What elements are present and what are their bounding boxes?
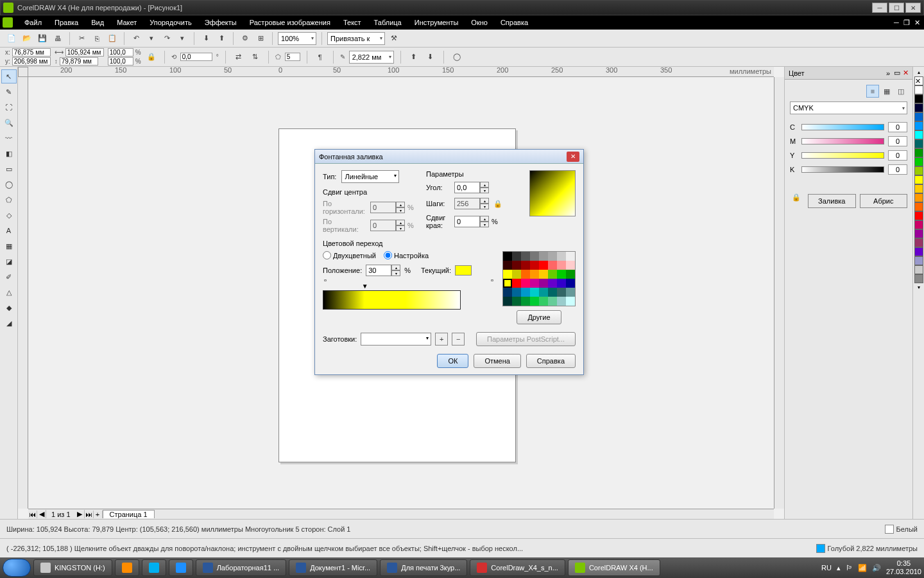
page-tab[interactable]: Страница 1 [103,510,155,518]
minimize-button[interactable]: ─ [872,3,887,13]
zoom-select[interactable]: 100% [278,32,316,45]
table-tool-icon[interactable]: ▦ [1,239,17,253]
zoom-tool-icon[interactable]: 🔍 [1,116,17,130]
palette-swatch[interactable] [914,256,923,265]
maximize-button[interactable]: ☐ [889,3,904,13]
docker-close-icon[interactable]: ✕ [903,69,909,77]
basic-shapes-icon[interactable]: ◇ [1,208,17,222]
crop-tool-icon[interactable]: ⛶ [1,100,17,114]
save-icon[interactable]: 💾 [36,32,49,45]
palette-swatch[interactable] [914,211,923,220]
help-button[interactable]: Справка [526,354,576,368]
print-icon[interactable]: 🖶 [51,32,64,45]
palette-scroll-up[interactable]: ▴ [918,69,920,75]
taskbar-item[interactable]: Документ1 - Micr... [289,559,377,576]
current-color-swatch[interactable] [455,265,472,276]
palette-swatch[interactable] [914,130,923,139]
palette-swatch[interactable] [914,238,923,247]
interactive-tool-icon[interactable]: ◪ [1,254,17,268]
horizontal-ruler[interactable]: 200 150 100 50 0 50 100 150 200 250 300 … [28,67,774,77]
app-menu-icon[interactable] [3,17,13,28]
redo-dropdown[interactable]: ▾ [176,32,189,45]
menu-text[interactable]: Текст [337,19,368,26]
width-field[interactable]: 105,924 мм [65,48,104,57]
taskbar-item[interactable]: CorelDraw_X4_s_n... [470,559,565,576]
undo-icon[interactable]: ↶ [130,32,142,45]
menu-edit[interactable]: Правка [48,19,85,26]
dialog-close-button[interactable]: ✕ [567,152,579,162]
welcome-icon[interactable]: ⊞ [254,32,267,45]
copy-icon[interactable]: ⎘ [90,32,103,45]
ok-button[interactable]: ОК [437,354,468,368]
first-page-button[interactable]: ⏮ [28,511,37,518]
angle-field[interactable]: 0,0 [180,53,212,61]
position-input[interactable] [366,265,391,276]
palette-swatch[interactable] [914,175,923,184]
tray-icon[interactable]: ▴ [837,564,841,572]
fill-tool-icon[interactable]: ◆ [1,301,17,315]
palette-swatch[interactable] [914,139,923,148]
tray-network-icon[interactable]: 📶 [858,564,867,572]
sides-field[interactable]: 5 [285,53,300,61]
no-color-swatch[interactable]: ✕ [914,76,923,85]
doc-restore-button[interactable]: ❐ [902,18,911,27]
taskbar-item[interactable]: Лабораторная11 ... [196,559,287,576]
remove-preset-button[interactable]: − [452,333,465,346]
pick-tool-icon[interactable]: ↖ [1,69,17,83]
taskbar-item[interactable] [115,559,139,576]
snapto-select[interactable]: Привязать к [327,32,385,45]
close-button[interactable]: ✕ [905,3,921,13]
menu-bitmaps[interactable]: Растровые изображения [243,19,337,26]
options-icon[interactable]: ⚒ [388,32,400,45]
ruler-origin[interactable] [18,67,28,77]
palettes-view-icon[interactable]: ◫ [894,85,907,98]
eyedropper-tool-icon[interactable]: ✐ [1,270,17,284]
undo-dropdown[interactable]: ▾ [145,32,158,45]
menu-layout[interactable]: Макет [110,19,143,26]
palette-scroll-down[interactable]: ▾ [918,285,920,290]
viewers-view-icon[interactable]: ▦ [880,85,893,98]
clock[interactable]: 0:35 27.03.2010 [886,559,921,576]
rectangle-tool-icon[interactable]: ▭ [1,162,17,176]
palette-swatch[interactable] [914,184,923,193]
tray-flag-icon[interactable]: 🏳 [846,564,853,572]
outline-button[interactable]: Абрис [860,194,908,208]
new-icon[interactable]: 📄 [5,32,18,45]
type-select[interactable]: Линейные [341,170,399,183]
menu-arrange[interactable]: Упорядочить [143,19,198,26]
shape-tool-icon[interactable]: ✎ [1,85,17,99]
palette-swatch[interactable] [914,193,923,202]
wrap-text-icon[interactable]: ¶ [314,51,327,64]
last-page-button[interactable]: ⏭ [85,511,94,518]
lock-steps-icon[interactable]: 🔒 [492,197,504,210]
add-preset-button[interactable]: + [435,333,448,346]
ellipse-tool-icon[interactable]: ◯ [1,177,17,191]
palette-swatch[interactable] [914,85,923,94]
convert-curves-icon[interactable]: ◯ [450,51,463,64]
menu-view[interactable]: Вид [85,19,110,26]
palette-swatch[interactable] [914,265,923,274]
menu-tools[interactable]: Инструменты [408,19,465,26]
freehand-tool-icon[interactable]: 〰 [1,131,17,145]
lock-fill-icon[interactable]: 🔒 [790,191,803,204]
color-model-select[interactable]: CMYK [790,101,907,114]
palette-swatch[interactable] [914,94,923,103]
start-button[interactable] [3,559,31,577]
two-color-radio[interactable]: Двухцветный [323,251,376,259]
language-indicator[interactable]: RU [821,564,832,572]
x-field[interactable]: 76,875 мм [12,48,51,57]
palette-swatch[interactable] [914,103,923,112]
import-icon[interactable]: ⬇ [200,32,212,45]
palette-swatch[interactable] [914,121,923,130]
open-icon[interactable]: 📂 [21,32,33,45]
taskbar-item[interactable] [142,559,166,576]
edgepad-input[interactable] [454,216,480,227]
to-back-icon[interactable]: ⬇ [424,51,437,64]
lock-ratio-icon[interactable]: 🔒 [145,51,158,64]
palette-swatch[interactable] [914,112,923,121]
palette-swatch[interactable] [914,274,923,283]
fill-button[interactable]: Заливка [808,194,856,208]
cancel-button[interactable]: Отмена [474,354,520,368]
docker-collapse-icon[interactable]: » [886,69,890,77]
sliders-view-icon[interactable]: ≡ [866,85,879,98]
